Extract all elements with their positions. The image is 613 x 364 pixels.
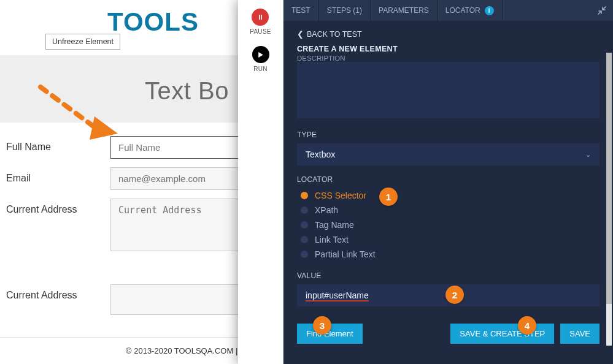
radio-icon <box>301 221 308 229</box>
full-name-label: Full Name <box>6 136 110 153</box>
tab-test[interactable]: TEST <box>283 0 319 21</box>
tab-locator-label: LOCATOR <box>445 6 480 15</box>
locator-label: LOCATOR <box>297 175 600 184</box>
bottom-buttons: Find Element SAVE & CREATE STEP SAVE <box>297 324 600 344</box>
type-value: Textbox <box>306 150 335 159</box>
sidebar: II PAUSE RUN <box>238 0 283 364</box>
tab-steps[interactable]: STEPS (1) <box>319 0 371 21</box>
back-to-test-link[interactable]: ❮ BACK TO TEST <box>297 29 362 39</box>
pause-icon: II <box>252 9 269 26</box>
radio-icon <box>301 236 308 243</box>
panel-body: ❮ BACK TO TEST CREATE A NEW ELEMENT DESC… <box>283 21 613 364</box>
unfreeze-element-button[interactable]: Unfreeze Element <box>45 34 120 50</box>
radio-icon <box>301 192 308 199</box>
page-title: Text Bo <box>145 77 229 105</box>
value-text: input#userName <box>306 290 369 301</box>
chevron-left-icon: ❮ <box>297 29 304 39</box>
radio-label: Tag Name <box>315 220 354 230</box>
svg-marker-2 <box>258 52 263 58</box>
scrollbar[interactable] <box>606 53 612 346</box>
locator-link-text[interactable]: Link Text <box>301 232 600 247</box>
tab-locator[interactable]: LOCATOR i <box>438 0 503 21</box>
create-element-title: CREATE A NEW ELEMENT <box>297 45 600 53</box>
radio-icon <box>301 251 308 258</box>
value-input[interactable]: input#userName <box>297 284 600 306</box>
recorder-overlay: II PAUSE RUN TEST STEPS (1) PARAMETERS L… <box>238 0 613 364</box>
locator-xpath[interactable]: XPath <box>301 203 600 218</box>
radio-label: Partial Link Text <box>315 249 376 259</box>
type-label: TYPE <box>297 131 600 139</box>
scrollbar-thumb[interactable] <box>606 53 612 304</box>
find-element-button[interactable]: Find Element <box>297 324 363 344</box>
logo: TOOLS <box>107 7 199 37</box>
current-address2-label: Current Address <box>6 284 110 301</box>
value-label: VALUE <box>297 271 600 280</box>
current-address-label: Current Address <box>6 199 110 215</box>
save-button[interactable]: SAVE <box>560 324 600 344</box>
locator-partial-link-text[interactable]: Partial Link Text <box>301 247 600 262</box>
description-label: DESCRIPTION <box>297 55 600 62</box>
pause-label: PAUSE <box>250 28 271 35</box>
radio-icon <box>301 207 308 214</box>
description-input[interactable] <box>297 62 600 118</box>
play-icon <box>252 46 269 63</box>
main-panel: TEST STEPS (1) PARAMETERS LOCATOR i ❮ BA… <box>283 0 613 364</box>
locator-css-selector[interactable]: CSS Selector <box>301 188 600 203</box>
type-select[interactable]: Textbox ⌄ <box>297 143 600 165</box>
locator-tag-name[interactable]: Tag Name <box>301 218 600 232</box>
tab-bar: TEST STEPS (1) PARAMETERS LOCATOR i <box>283 0 613 21</box>
radio-label: XPath <box>315 205 338 215</box>
info-icon: i <box>485 6 494 15</box>
save-create-step-button[interactable]: SAVE & CREATE STEP <box>450 324 554 344</box>
pause-button[interactable]: II PAUSE <box>250 9 271 35</box>
collapse-button[interactable] <box>591 0 613 21</box>
radio-label: Link Text <box>315 235 349 245</box>
run-label: RUN <box>253 66 268 72</box>
chevron-down-icon: ⌄ <box>585 151 591 159</box>
locator-radio-list: CSS Selector XPath Tag Name Link Text Pa… <box>301 188 600 262</box>
radio-label: CSS Selector <box>315 191 366 200</box>
back-label: BACK TO TEST <box>307 30 362 39</box>
email-label: Email <box>6 167 110 184</box>
tab-parameters[interactable]: PARAMETERS <box>371 0 438 21</box>
run-button[interactable]: RUN <box>252 46 269 72</box>
